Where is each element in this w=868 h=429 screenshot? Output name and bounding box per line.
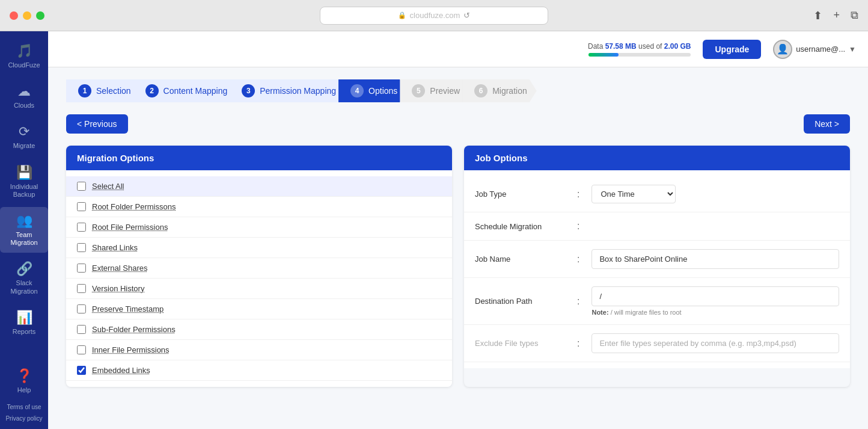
job-name-colon: :	[577, 254, 579, 265]
step-number-4: 4	[350, 84, 364, 97]
step-pill-2[interactable]: 2 Content Mapping	[133, 79, 237, 102]
select-all-checkbox[interactable]	[77, 182, 86, 191]
step-5[interactable]: 5 Preview	[400, 79, 469, 102]
sidebar-item-slack-migration[interactable]: 🔗 SlackMigration	[0, 255, 48, 301]
step-pill-6[interactable]: 6 Migration	[462, 79, 537, 102]
inner-file-item[interactable]: Inner File Permissions	[66, 340, 452, 360]
inner-file-label[interactable]: Inner File Permissions	[92, 345, 170, 354]
schedule-migration-control	[591, 221, 839, 232]
root-file-label[interactable]: Root File Permissions	[92, 223, 168, 232]
step-label-2: Content Mapping	[164, 86, 228, 96]
root-folder-label[interactable]: Root Folder Permissons	[92, 202, 176, 211]
step-number-1: 1	[78, 84, 91, 97]
previous-button[interactable]: < Previous	[66, 114, 128, 134]
sidebar-item-reports[interactable]: 📊 Reports	[0, 304, 48, 342]
sidebar-label-reports: Reports	[13, 328, 36, 336]
schedule-migration-row: Schedule Migration :	[464, 212, 850, 241]
tab-grid-icon[interactable]: ⧉	[851, 9, 858, 22]
external-shares-item[interactable]: External Shares	[66, 258, 452, 279]
reload-icon[interactable]: ↺	[463, 11, 470, 20]
sidebar-label-migrate: Migrate	[13, 142, 35, 150]
root-folder-item[interactable]: Root Folder Permissons	[66, 197, 452, 217]
sidebar: 🎵 CloudFuze ☁ Clouds ⟳ Migrate 💾 Individ…	[0, 31, 48, 429]
exclude-file-types-row: Exclude File types :	[464, 325, 850, 362]
terms-link[interactable]: Terms of use	[5, 403, 42, 412]
mac-minimize-button[interactable]	[23, 11, 31, 20]
next-button[interactable]: Next >	[804, 114, 850, 134]
migration-options-panel: Migration Options Select All Root Folder…	[66, 146, 452, 387]
version-history-item[interactable]: Version History	[66, 279, 452, 299]
sidebar-item-migrate[interactable]: ⟳ Migrate	[0, 118, 48, 156]
step-2[interactable]: 2 Content Mapping	[133, 79, 237, 102]
step-4[interactable]: 4 Options	[338, 79, 407, 102]
shared-links-item[interactable]: Shared Links	[66, 238, 452, 258]
user-name: username@...	[796, 45, 845, 54]
root-file-item[interactable]: Root File Permissions	[66, 217, 452, 238]
step-1[interactable]: 1 Selection	[66, 79, 141, 102]
address-bar[interactable]: 🔒 cloudfuze.com ↺	[320, 7, 548, 25]
sidebar-item-individual-backup[interactable]: 💾 IndividualBackup	[0, 159, 48, 205]
step-label-1: Selection	[96, 86, 131, 96]
sub-folder-checkbox[interactable]	[77, 325, 86, 334]
user-area[interactable]: 👤 username@... ▼	[773, 40, 856, 59]
data-total: 2.00 GB	[664, 42, 691, 51]
step-pill-5[interactable]: 5 Preview	[400, 79, 469, 102]
embedded-links-label[interactable]: Embedded Links	[92, 366, 150, 375]
version-history-label[interactable]: Version History	[92, 284, 144, 293]
sidebar-label-individual-backup: IndividualBackup	[10, 183, 38, 199]
job-type-select[interactable]: One Time Delta Scheduled	[591, 185, 676, 203]
destination-path-colon: :	[577, 296, 579, 307]
mac-maximize-button[interactable]	[36, 11, 44, 20]
migration-options-body: Select All Root Folder Permissons Root F…	[66, 170, 452, 387]
root-file-checkbox[interactable]	[77, 223, 86, 232]
preserve-timestamp-label[interactable]: Preserve Timestamp	[92, 304, 164, 313]
preserve-timestamp-checkbox[interactable]	[77, 304, 86, 313]
exclude-file-types-input[interactable]	[591, 333, 839, 353]
shared-links-label[interactable]: Shared Links	[92, 243, 138, 252]
mac-window-buttons	[10, 11, 44, 20]
shared-links-checkbox[interactable]	[77, 243, 86, 252]
job-name-row: Job Name :	[464, 241, 850, 278]
embedded-links-checkbox[interactable]	[77, 366, 86, 375]
upgrade-button[interactable]: Upgrade	[703, 40, 761, 59]
select-all-item[interactable]: Select All	[66, 176, 452, 197]
privacy-link[interactable]: Privacy policy	[4, 414, 43, 423]
root-folder-checkbox[interactable]	[77, 202, 86, 211]
external-shares-checkbox[interactable]	[77, 264, 86, 273]
data-usage-fill	[588, 53, 618, 57]
migrate-icon: ⟳	[19, 124, 29, 140]
external-shares-label[interactable]: External Shares	[92, 264, 148, 273]
sidebar-item-help[interactable]: ❓ Help	[0, 362, 48, 400]
embedded-links-item[interactable]: Embedded Links	[66, 360, 452, 381]
inner-file-checkbox[interactable]	[77, 345, 86, 354]
sub-folder-label[interactable]: Sub-Folder Permissions	[92, 325, 176, 334]
sidebar-item-cloudfuze[interactable]: 🎵 CloudFuze	[0, 37, 48, 75]
sub-folder-item[interactable]: Sub-Folder Permissions	[66, 319, 452, 340]
job-name-input[interactable]	[591, 249, 839, 269]
step-3[interactable]: 3 Permission Mapping	[230, 79, 346, 102]
preserve-timestamp-item[interactable]: Preserve Timestamp	[66, 299, 452, 319]
exclude-file-types-colon: :	[577, 338, 579, 349]
step-6[interactable]: 6 Migration	[462, 79, 537, 102]
step-pill-3[interactable]: 3 Permission Mapping	[230, 79, 346, 102]
step-pill-1[interactable]: 1 Selection	[66, 79, 141, 102]
panels: Migration Options Select All Root Folder…	[66, 146, 850, 387]
step-number-6: 6	[474, 84, 487, 97]
sidebar-label-cloudfuze: CloudFuze	[8, 61, 40, 69]
destination-path-input[interactable]	[591, 286, 839, 306]
step-pill-4[interactable]: 4 Options	[338, 79, 407, 102]
exclude-file-types-label: Exclude File types	[475, 339, 571, 348]
new-tab-icon[interactable]: +	[833, 9, 840, 22]
select-all-label[interactable]: Select All	[92, 182, 124, 191]
dropdown-icon: ▼	[849, 45, 856, 54]
step-label-3: Permission Mapping	[260, 86, 336, 96]
sidebar-label-clouds: Clouds	[14, 102, 34, 110]
share-icon[interactable]: ⬆	[813, 9, 822, 22]
mac-toolbar-actions: ⬆ + ⧉	[813, 9, 858, 22]
sidebar-item-team-migration[interactable]: 👥 TeamMigration	[0, 207, 48, 253]
version-history-checkbox[interactable]	[77, 284, 86, 293]
sidebar-item-clouds[interactable]: ☁ Clouds	[0, 78, 48, 116]
mac-close-button[interactable]	[10, 11, 18, 20]
help-icon: ❓	[16, 368, 32, 384]
reports-icon: 📊	[16, 310, 32, 326]
